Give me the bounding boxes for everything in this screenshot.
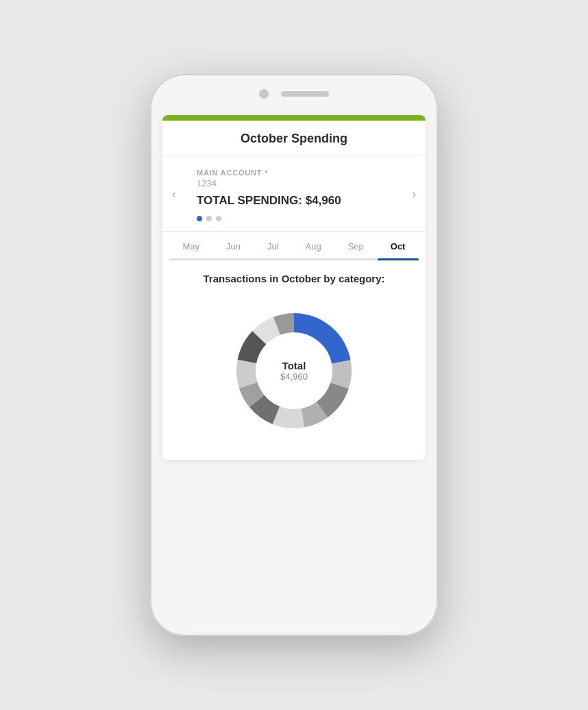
account-label: MAIN ACCOUNT *: [197, 169, 391, 177]
tab-underline: [169, 258, 419, 260]
donut-center: Total $4,960: [280, 360, 308, 382]
phone-frame: October Spending ‹ › MAIN ACCOUNT * 1234…: [150, 74, 438, 636]
tab-oct[interactable]: Oct: [391, 241, 406, 258]
donut-chart-wrapper: Total $4,960: [225, 302, 363, 439]
tab-aug[interactable]: Aug: [306, 241, 321, 258]
account-section: ‹ › MAIN ACCOUNT * 1234 TOTAL SPENDING: …: [162, 156, 426, 232]
phone-top-bar: [259, 89, 329, 99]
tab-may[interactable]: May: [182, 241, 199, 258]
donut-total-label: Total: [280, 360, 308, 371]
prev-account-button[interactable]: ‹: [162, 180, 186, 208]
page-title: October Spending: [241, 132, 347, 145]
tab-jun[interactable]: Jun: [226, 241, 241, 258]
next-account-button[interactable]: ›: [402, 180, 426, 208]
tab-jul[interactable]: Jul: [267, 241, 279, 258]
app-content: October Spending ‹ › MAIN ACCOUNT * 1234…: [162, 115, 426, 460]
app-header: October Spending: [162, 121, 426, 156]
dot-1: [197, 216, 202, 221]
phone-camera-icon: [259, 89, 269, 99]
tab-underline-gray: [169, 258, 378, 260]
chart-container: Total $4,960: [162, 289, 426, 460]
tab-sep[interactable]: Sep: [348, 241, 364, 258]
account-inner: MAIN ACCOUNT * 1234 TOTAL SPENDING: $4,9…: [162, 169, 426, 221]
pagination-dots: [197, 216, 391, 221]
phone-speaker-icon: [281, 91, 329, 97]
dot-2: [206, 216, 212, 221]
green-accent-bar: [162, 115, 426, 121]
account-number: 1234: [197, 178, 391, 188]
total-spending: TOTAL SPENDING: $4,960: [197, 194, 391, 208]
months-tabs: May Jun Jul Aug Sep Oct: [162, 232, 426, 258]
dot-3: [216, 216, 221, 221]
tab-underline-active: [378, 258, 419, 260]
section-title: Transactions in October by category:: [162, 260, 426, 289]
donut-total-value: $4,960: [280, 371, 308, 382]
